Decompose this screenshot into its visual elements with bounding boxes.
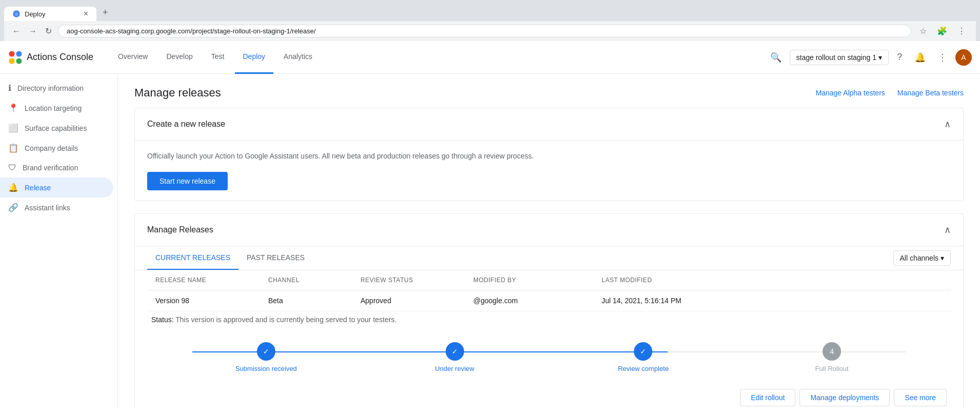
tab-favicon: G	[12, 10, 21, 18]
edit-rollout-button[interactable]: Edit rollout	[740, 389, 795, 406]
svg-point-5	[16, 58, 22, 64]
table-row[interactable]: Version 98 Beta Approved @google.com Jul…	[147, 290, 951, 311]
svg-text:A: A	[961, 53, 966, 62]
nav-link-overview[interactable]: Overview	[110, 41, 156, 74]
manage-section-collapse-btn[interactable]: ∧	[944, 224, 951, 235]
channel-dropdown-icon: ▾	[941, 254, 944, 262]
back-button[interactable]: ←	[10, 25, 23, 38]
browser-chrome: G Deploy × + ← → ↻ ☆ 🧩 ⋮	[0, 0, 980, 41]
channel-select-label: All channels	[900, 254, 939, 262]
status-label: Status:	[151, 316, 174, 324]
table-header: Release name Channel Review status Modif…	[147, 270, 951, 290]
progress-container: ✓ Submission received ✓ Under review ✓ R…	[135, 332, 963, 389]
location-icon: 📍	[8, 103, 18, 113]
browser-tabs: G Deploy × +	[4, 4, 976, 21]
page-title: Manage releases	[134, 86, 221, 100]
sidebar-item-surface-capabilities[interactable]: ⬜ Surface capabilities	[0, 118, 113, 138]
address-input[interactable]	[58, 25, 911, 37]
header-review-status: Review status	[361, 277, 473, 284]
logo-area: Actions Console	[8, 50, 93, 65]
sidebar-item-release[interactable]: 🔔 Release	[0, 178, 113, 198]
more-menu-button[interactable]: ⋮	[934, 48, 951, 67]
nav-link-analytics[interactable]: Analytics	[275, 41, 321, 74]
bookmark-button[interactable]: ☆	[915, 24, 931, 38]
more-options-button[interactable]: ⋮	[953, 24, 970, 38]
tab-past-releases[interactable]: PAST RELEASES	[238, 246, 313, 270]
create-release-header: Create a new release ∧	[135, 108, 963, 141]
notifications-button[interactable]: 🔔	[910, 48, 930, 67]
sidebar-label-company-details: Company details	[25, 144, 78, 152]
nav-link-develop[interactable]: Develop	[158, 41, 201, 74]
google-logo-icon	[8, 50, 23, 65]
create-release-section: Create a new release ∧ Officially launch…	[134, 108, 964, 201]
step-circle-4: 4	[823, 342, 841, 361]
releases-tabs: CURRENT RELEASES PAST RELEASES	[147, 246, 313, 270]
step-circle-3: ✓	[634, 342, 652, 361]
manage-releases-header: Manage Releases ∧	[135, 214, 963, 246]
svg-point-2	[9, 51, 14, 56]
status-description: This version is approved and is currentl…	[175, 316, 396, 324]
sidebar-item-location-targeting[interactable]: 📍 Location targeting	[0, 98, 113, 118]
sidebar-label-release: Release	[25, 184, 51, 192]
manage-alpha-link[interactable]: Manage Alpha testers	[815, 89, 885, 97]
sidebar-label-brand-verification: Brand verification	[23, 164, 78, 172]
browser-address-bar: ← → ↻ ☆ 🧩 ⋮	[4, 21, 976, 41]
company-icon: 📋	[8, 143, 18, 153]
sidebar-label-assistant-links: Assistant links	[25, 204, 70, 212]
sidebar-item-company-details[interactable]: 📋 Company details	[0, 138, 113, 158]
channel-select[interactable]: All channels ▾	[893, 250, 951, 266]
extensions-button[interactable]: 🧩	[933, 24, 951, 38]
tab-title: Deploy	[25, 10, 45, 18]
info-icon: ℹ	[8, 83, 11, 93]
header-last-modified: Last modified	[602, 277, 943, 284]
browser-actions: ☆ 🧩 ⋮	[915, 24, 970, 38]
app: Actions Console Overview Develop Test De…	[0, 41, 980, 409]
cell-release-name: Version 98	[155, 297, 268, 305]
surface-icon: ⬜	[8, 123, 18, 133]
nav-link-test[interactable]: Test	[203, 41, 233, 74]
tabs-row: CURRENT RELEASES PAST RELEASES All chann…	[135, 246, 963, 270]
project-selector[interactable]: stage rollout on staging 1 ▾	[790, 50, 889, 65]
nav-link-deploy[interactable]: Deploy	[235, 41, 274, 74]
cell-last-modified: Jul 14, 2021, 5:16:14 PM	[602, 297, 943, 305]
content-header: Manage releases Manage Alpha testers Man…	[118, 74, 980, 108]
project-name: stage rollout on staging 1	[796, 53, 876, 62]
action-buttons: Edit rollout Manage deployments See more	[135, 389, 963, 409]
main-layout: ℹ Directory information 📍 Location targe…	[0, 74, 980, 409]
search-button[interactable]: 🔍	[766, 48, 786, 67]
tab-close-btn[interactable]: ×	[84, 10, 88, 18]
create-release-content: Officially launch your Action to Google …	[135, 141, 963, 201]
manage-beta-link[interactable]: Manage Beta testers	[897, 89, 964, 97]
release-icon: 🔔	[8, 183, 18, 192]
sidebar-item-directory-information[interactable]: ℹ Directory information	[0, 78, 113, 98]
create-section-collapse-btn[interactable]: ∧	[944, 119, 951, 130]
sidebar-item-assistant-links[interactable]: 🔗 Assistant links	[0, 198, 113, 218]
step-under-review[interactable]: ✓ Under review	[361, 342, 549, 372]
header-links: Manage Alpha testers Manage Beta testers	[815, 89, 964, 97]
step-label-4: Full Rollout	[815, 365, 849, 372]
header-channel: Channel	[268, 277, 361, 284]
header-release-name: Release name	[155, 277, 268, 284]
step-label-2: Under review	[435, 365, 474, 372]
step-full-rollout[interactable]: 4 Full Rollout	[737, 342, 926, 372]
tab-current-releases[interactable]: CURRENT RELEASES	[147, 246, 238, 270]
user-avatar[interactable]: A	[955, 49, 972, 66]
svg-point-4	[9, 58, 14, 64]
forward-button[interactable]: →	[27, 25, 39, 38]
app-name: Actions Console	[27, 52, 93, 63]
cell-modified-by: @google.com	[473, 297, 602, 305]
step-review-complete[interactable]: ✓ Review complete	[549, 342, 738, 372]
sidebar-label-directory-information: Directory information	[17, 84, 84, 92]
step-submission-received[interactable]: ✓ Submission received	[172, 342, 361, 372]
browser-tab-active[interactable]: G Deploy ×	[4, 7, 96, 21]
help-button[interactable]: ?	[893, 48, 906, 67]
new-tab-button[interactable]: +	[96, 4, 114, 21]
sidebar-item-brand-verification[interactable]: 🛡 Brand verification	[0, 158, 113, 178]
create-release-description: Officially launch your Action to Google …	[147, 151, 951, 162]
reload-button[interactable]: ↻	[43, 24, 54, 38]
link-icon: 🔗	[8, 203, 18, 212]
start-new-release-button[interactable]: Start new release	[147, 172, 228, 190]
see-more-button[interactable]: See more	[894, 389, 947, 406]
manage-deployments-button[interactable]: Manage deployments	[799, 389, 890, 406]
cell-review-status: Approved	[361, 297, 473, 305]
